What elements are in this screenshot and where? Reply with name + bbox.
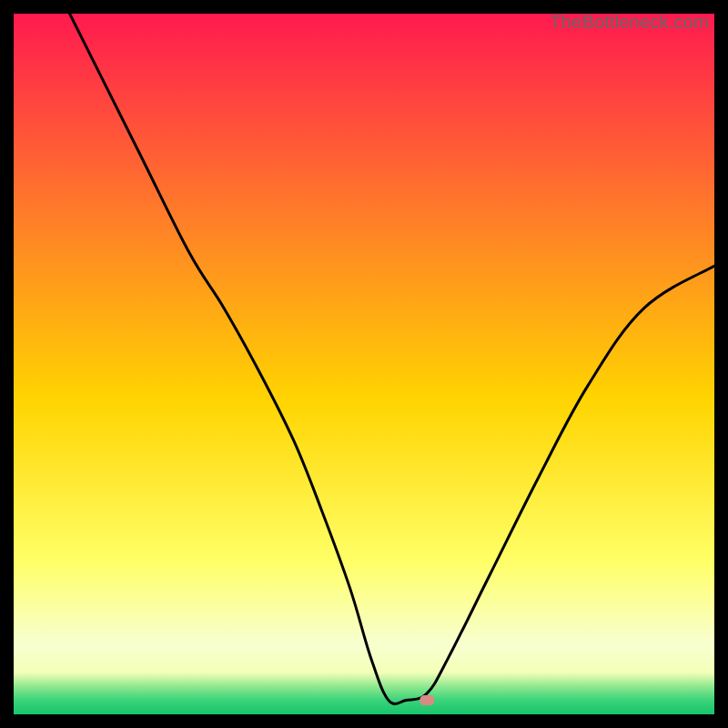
gradient-background	[14, 14, 714, 714]
watermark-text: TheBottleneck.com	[550, 12, 709, 33]
bottleneck-chart	[14, 14, 714, 714]
chart-frame: TheBottleneck.com	[14, 14, 714, 714]
optimal-point-marker	[420, 695, 434, 705]
